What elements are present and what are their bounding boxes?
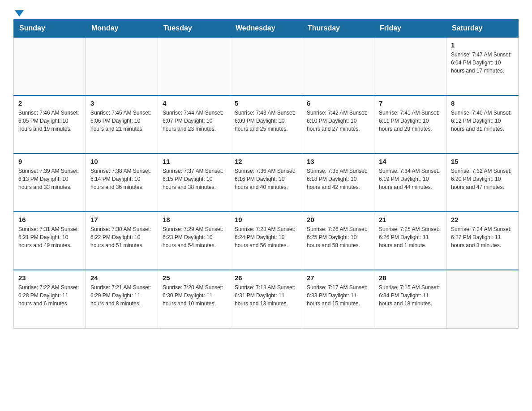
day-number: 7 <box>379 99 442 107</box>
day-number: 23 <box>18 274 81 282</box>
day-number: 2 <box>18 99 81 107</box>
calendar-cell <box>14 37 86 95</box>
calendar-cell: 7Sunrise: 7:41 AM Sunset: 6:11 PM Daylig… <box>374 95 446 154</box>
calendar-week-3: 9Sunrise: 7:39 AM Sunset: 6:13 PM Daylig… <box>14 154 519 212</box>
day-info: Sunrise: 7:35 AM Sunset: 6:18 PM Dayligh… <box>307 167 369 191</box>
calendar-week-5: 23Sunrise: 7:22 AM Sunset: 6:28 PM Dayli… <box>14 270 519 328</box>
day-info: Sunrise: 7:29 AM Sunset: 6:23 PM Dayligh… <box>163 225 225 249</box>
day-of-week-thursday: Thursday <box>302 20 374 38</box>
day-info: Sunrise: 7:21 AM Sunset: 6:29 PM Dayligh… <box>90 283 153 308</box>
page-header <box>13 9 519 15</box>
calendar-cell: 11Sunrise: 7:37 AM Sunset: 6:15 PM Dayli… <box>158 154 230 212</box>
day-number: 22 <box>451 216 514 223</box>
day-number: 24 <box>90 274 153 282</box>
day-info: Sunrise: 7:45 AM Sunset: 6:06 PM Dayligh… <box>90 109 153 133</box>
day-info: Sunrise: 7:46 AM Sunset: 6:05 PM Dayligh… <box>18 109 81 133</box>
day-of-week-wednesday: Wednesday <box>230 20 302 38</box>
calendar-cell: 16Sunrise: 7:31 AM Sunset: 6:21 PM Dayli… <box>14 212 86 270</box>
day-number: 12 <box>235 158 297 165</box>
day-number: 5 <box>235 99 297 107</box>
day-number: 21 <box>379 216 442 223</box>
day-info: Sunrise: 7:18 AM Sunset: 6:31 PM Dayligh… <box>235 283 297 308</box>
logo-general-text <box>13 9 24 17</box>
calendar-cell: 15Sunrise: 7:32 AM Sunset: 6:20 PM Dayli… <box>446 154 519 212</box>
calendar-cell: 21Sunrise: 7:25 AM Sunset: 6:26 PM Dayli… <box>374 212 446 270</box>
day-number: 9 <box>18 158 81 165</box>
day-number: 26 <box>235 274 297 282</box>
day-number: 17 <box>90 216 153 223</box>
day-number: 14 <box>379 158 442 165</box>
calendar-cell: 14Sunrise: 7:34 AM Sunset: 6:19 PM Dayli… <box>374 154 446 212</box>
day-number: 6 <box>307 99 369 107</box>
calendar-cell <box>158 37 230 95</box>
day-number: 15 <box>451 158 514 165</box>
calendar-cell: 1Sunrise: 7:47 AM Sunset: 6:04 PM Daylig… <box>446 37 519 95</box>
calendar-cell <box>374 37 446 95</box>
calendar-cell: 3Sunrise: 7:45 AM Sunset: 6:06 PM Daylig… <box>86 95 158 154</box>
calendar-cell: 27Sunrise: 7:17 AM Sunset: 6:33 PM Dayli… <box>302 270 374 328</box>
day-info: Sunrise: 7:26 AM Sunset: 6:25 PM Dayligh… <box>307 225 369 249</box>
calendar-cell: 9Sunrise: 7:39 AM Sunset: 6:13 PM Daylig… <box>14 154 86 212</box>
day-info: Sunrise: 7:31 AM Sunset: 6:21 PM Dayligh… <box>18 225 81 249</box>
calendar-cell <box>302 37 374 95</box>
calendar-cell: 4Sunrise: 7:44 AM Sunset: 6:07 PM Daylig… <box>158 95 230 154</box>
day-info: Sunrise: 7:43 AM Sunset: 6:09 PM Dayligh… <box>235 109 297 133</box>
day-of-week-friday: Friday <box>374 20 446 38</box>
logo-arrow-icon <box>15 10 24 17</box>
calendar-cell: 13Sunrise: 7:35 AM Sunset: 6:18 PM Dayli… <box>302 154 374 212</box>
calendar-week-1: 1Sunrise: 7:47 AM Sunset: 6:04 PM Daylig… <box>14 37 519 95</box>
calendar-cell: 19Sunrise: 7:28 AM Sunset: 6:24 PM Dayli… <box>230 212 302 270</box>
calendar-cell: 18Sunrise: 7:29 AM Sunset: 6:23 PM Dayli… <box>158 212 230 270</box>
day-info: Sunrise: 7:15 AM Sunset: 6:34 PM Dayligh… <box>379 283 442 308</box>
day-number: 16 <box>18 216 81 223</box>
calendar-cell: 17Sunrise: 7:30 AM Sunset: 6:22 PM Dayli… <box>86 212 158 270</box>
day-info: Sunrise: 7:25 AM Sunset: 6:26 PM Dayligh… <box>379 225 442 249</box>
day-number: 18 <box>163 216 225 223</box>
calendar-cell: 20Sunrise: 7:26 AM Sunset: 6:25 PM Dayli… <box>302 212 374 270</box>
day-info: Sunrise: 7:17 AM Sunset: 6:33 PM Dayligh… <box>307 283 369 308</box>
calendar-cell <box>230 37 302 95</box>
day-info: Sunrise: 7:32 AM Sunset: 6:20 PM Dayligh… <box>451 167 514 191</box>
day-of-week-monday: Monday <box>86 20 158 38</box>
day-info: Sunrise: 7:34 AM Sunset: 6:19 PM Dayligh… <box>379 167 442 191</box>
calendar-cell <box>446 270 519 328</box>
calendar-cell: 26Sunrise: 7:18 AM Sunset: 6:31 PM Dayli… <box>230 270 302 328</box>
calendar-header-row: SundayMondayTuesdayWednesdayThursdayFrid… <box>14 20 519 38</box>
calendar-week-2: 2Sunrise: 7:46 AM Sunset: 6:05 PM Daylig… <box>14 95 519 154</box>
day-info: Sunrise: 7:22 AM Sunset: 6:28 PM Dayligh… <box>18 283 81 308</box>
calendar-cell: 28Sunrise: 7:15 AM Sunset: 6:34 PM Dayli… <box>374 270 446 328</box>
day-info: Sunrise: 7:20 AM Sunset: 6:30 PM Dayligh… <box>163 283 225 308</box>
day-of-week-tuesday: Tuesday <box>158 20 230 38</box>
day-info: Sunrise: 7:44 AM Sunset: 6:07 PM Dayligh… <box>163 109 225 133</box>
day-number: 8 <box>451 99 514 107</box>
calendar-cell: 25Sunrise: 7:20 AM Sunset: 6:30 PM Dayli… <box>158 270 230 328</box>
day-info: Sunrise: 7:47 AM Sunset: 6:04 PM Dayligh… <box>451 51 514 75</box>
day-number: 4 <box>163 99 225 107</box>
day-number: 10 <box>90 158 153 165</box>
calendar-cell: 22Sunrise: 7:24 AM Sunset: 6:27 PM Dayli… <box>446 212 519 270</box>
calendar-week-4: 16Sunrise: 7:31 AM Sunset: 6:21 PM Dayli… <box>14 212 519 270</box>
day-number: 25 <box>163 274 225 282</box>
day-info: Sunrise: 7:38 AM Sunset: 6:14 PM Dayligh… <box>90 167 153 191</box>
day-number: 27 <box>307 274 369 282</box>
calendar-cell: 24Sunrise: 7:21 AM Sunset: 6:29 PM Dayli… <box>86 270 158 328</box>
day-number: 3 <box>90 99 153 107</box>
day-info: Sunrise: 7:42 AM Sunset: 6:10 PM Dayligh… <box>307 109 369 133</box>
day-number: 28 <box>379 274 442 282</box>
calendar-cell: 12Sunrise: 7:36 AM Sunset: 6:16 PM Dayli… <box>230 154 302 212</box>
day-of-week-saturday: Saturday <box>446 20 519 38</box>
calendar-cell: 8Sunrise: 7:40 AM Sunset: 6:12 PM Daylig… <box>446 95 519 154</box>
calendar-cell: 10Sunrise: 7:38 AM Sunset: 6:14 PM Dayli… <box>86 154 158 212</box>
day-info: Sunrise: 7:30 AM Sunset: 6:22 PM Dayligh… <box>90 225 153 249</box>
day-info: Sunrise: 7:24 AM Sunset: 6:27 PM Dayligh… <box>451 225 514 249</box>
day-info: Sunrise: 7:40 AM Sunset: 6:12 PM Dayligh… <box>451 109 514 133</box>
day-number: 19 <box>235 216 297 223</box>
calendar-cell <box>86 37 158 95</box>
day-number: 13 <box>307 158 369 165</box>
calendar-cell: 23Sunrise: 7:22 AM Sunset: 6:28 PM Dayli… <box>14 270 86 328</box>
calendar-cell: 6Sunrise: 7:42 AM Sunset: 6:10 PM Daylig… <box>302 95 374 154</box>
day-info: Sunrise: 7:28 AM Sunset: 6:24 PM Dayligh… <box>235 225 297 249</box>
day-info: Sunrise: 7:36 AM Sunset: 6:16 PM Dayligh… <box>235 167 297 191</box>
day-number: 1 <box>451 41 514 49</box>
calendar-cell: 5Sunrise: 7:43 AM Sunset: 6:09 PM Daylig… <box>230 95 302 154</box>
